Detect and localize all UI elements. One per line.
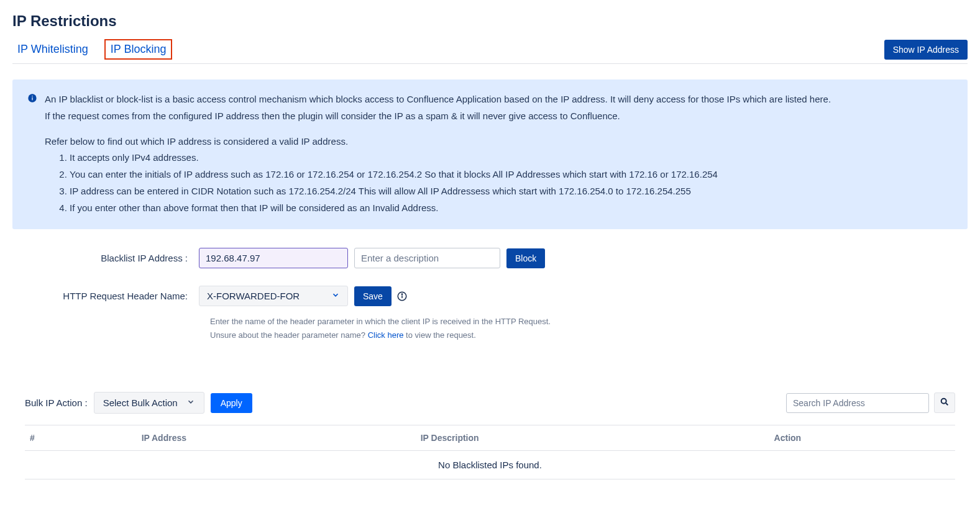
info-list: It accepts only IPv4 addresses. You can … bbox=[70, 150, 831, 216]
show-ip-address-button[interactable]: Show IP Address bbox=[884, 40, 968, 60]
bulk-select-value: Select Bulk Action bbox=[103, 397, 178, 408]
bulk-action-select[interactable]: Select Bulk Action bbox=[94, 392, 204, 414]
chevron-down-icon bbox=[331, 291, 340, 301]
info-icon bbox=[27, 93, 37, 105]
tabs: IP Whitelisting IP Blocking bbox=[12, 39, 172, 60]
search-button[interactable] bbox=[934, 393, 955, 413]
col-description: IP Description bbox=[416, 425, 769, 451]
bulk-action-area: Bulk IP Action : Select Bulk Action Appl… bbox=[12, 392, 968, 479]
blacklist-ip-input[interactable] bbox=[199, 248, 348, 268]
svg-line-7 bbox=[946, 403, 948, 405]
info-text-3: Refer below to find out which IP address… bbox=[45, 134, 831, 150]
header-name-value: X-FORWARDED-FOR bbox=[207, 291, 300, 301]
form-area: Blacklist IP Address : Block HTTP Reques… bbox=[12, 248, 968, 342]
info-list-item: It accepts only IPv4 addresses. bbox=[70, 150, 831, 166]
description-input[interactable] bbox=[354, 248, 500, 268]
click-here-link[interactable]: Click here bbox=[368, 330, 404, 340]
bulk-action-label: Bulk IP Action : bbox=[25, 397, 88, 408]
blacklist-ip-row: Blacklist IP Address : Block bbox=[12, 248, 968, 268]
block-button[interactable]: Block bbox=[506, 248, 545, 268]
helper-text-part: Unsure about the header parameter name? bbox=[210, 330, 368, 340]
svg-point-6 bbox=[941, 399, 946, 404]
header-name-row: HTTP Request Header Name: X-FORWARDED-FO… bbox=[12, 286, 968, 306]
info-list-item: If you enter other than above format the… bbox=[70, 201, 831, 216]
table-header-row: # IP Address IP Description Action bbox=[25, 425, 955, 451]
blacklist-ip-label: Blacklist IP Address : bbox=[12, 253, 199, 263]
svg-rect-1 bbox=[32, 98, 32, 101]
info-list-item: You can enter the initials of IP address… bbox=[70, 167, 831, 183]
chevron-down-icon bbox=[186, 397, 195, 408]
tab-ip-blocking[interactable]: IP Blocking bbox=[104, 39, 173, 60]
info-body: An IP blacklist or block-list is a basic… bbox=[45, 92, 831, 217]
save-button[interactable]: Save bbox=[354, 286, 392, 306]
info-text-2: If the request comes from the configured… bbox=[45, 109, 831, 124]
bulk-left: Bulk IP Action : Select Bulk Action Appl… bbox=[25, 392, 252, 414]
search-icon bbox=[940, 397, 950, 409]
apply-button[interactable]: Apply bbox=[211, 393, 252, 413]
helper-line-2: Unsure about the header parameter name? … bbox=[210, 329, 968, 342]
search-ip-input[interactable] bbox=[786, 393, 929, 413]
col-ip-address: IP Address bbox=[137, 425, 416, 451]
tab-ip-whitelisting[interactable]: IP Whitelisting bbox=[12, 40, 93, 58]
header-name-select[interactable]: X-FORWARDED-FOR bbox=[199, 286, 348, 306]
help-icon[interactable] bbox=[396, 291, 408, 302]
page-title: IP Restrictions bbox=[12, 12, 968, 30]
col-action: Action bbox=[769, 425, 955, 451]
col-number: # bbox=[25, 425, 137, 451]
bulk-row: Bulk IP Action : Select Bulk Action Appl… bbox=[25, 392, 955, 414]
svg-point-5 bbox=[401, 294, 402, 294]
info-list-item: IP address can be entered in CIDR Notati… bbox=[70, 184, 831, 199]
helper-line-1: Enter the name of the header parameter i… bbox=[210, 315, 968, 329]
svg-rect-2 bbox=[32, 96, 32, 96]
search-wrap bbox=[786, 393, 955, 413]
table-empty-row: No Blacklisted IPs found. bbox=[25, 451, 955, 479]
tab-header-row: IP Whitelisting IP Blocking Show IP Addr… bbox=[12, 39, 968, 64]
helper-text-part: to view the request. bbox=[403, 330, 475, 340]
info-text-1: An IP blacklist or block-list is a basic… bbox=[45, 92, 831, 107]
header-name-label: HTTP Request Header Name: bbox=[12, 291, 199, 301]
empty-message: No Blacklisted IPs found. bbox=[25, 451, 955, 479]
helper-text: Enter the name of the header parameter i… bbox=[210, 315, 968, 342]
ip-table: # IP Address IP Description Action No Bl… bbox=[25, 425, 955, 479]
info-panel: An IP blacklist or block-list is a basic… bbox=[12, 79, 968, 229]
